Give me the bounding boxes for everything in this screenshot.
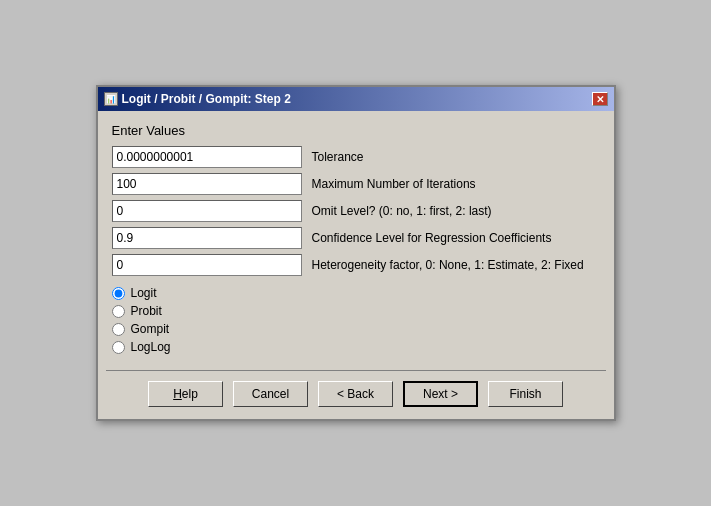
field-row-omit-level: Omit Level? (0: no, 1: first, 2: last): [112, 200, 600, 222]
heterogeneity-label: Heterogeneity factor, 0: None, 1: Estima…: [312, 258, 584, 272]
dialog-title: Logit / Probit / Gompit: Step 2: [122, 92, 291, 106]
radio-logit[interactable]: [112, 287, 125, 300]
dialog-window: 📊 Logit / Probit / Gompit: Step 2 ✕ Ente…: [96, 85, 616, 421]
heterogeneity-input[interactable]: [112, 254, 302, 276]
title-bar-left: 📊 Logit / Probit / Gompit: Step 2: [104, 92, 291, 106]
help-label: Help: [173, 387, 198, 401]
radio-row-gompit: Gompit: [112, 322, 600, 336]
field-row-max-iterations: Maximum Number of Iterations: [112, 173, 600, 195]
next-button[interactable]: Next >: [403, 381, 478, 407]
max-iterations-input[interactable]: [112, 173, 302, 195]
tolerance-label: Tolerance: [312, 150, 364, 164]
field-row-tolerance: Tolerance: [112, 146, 600, 168]
radio-gompit[interactable]: [112, 323, 125, 336]
omit-level-label: Omit Level? (0: no, 1: first, 2: last): [312, 204, 492, 218]
button-bar: Help Cancel < Back Next > Finish: [98, 371, 614, 419]
dialog-content: Enter Values Tolerance Maximum Number of…: [98, 111, 614, 370]
field-row-confidence: Confidence Level for Regression Coeffici…: [112, 227, 600, 249]
finish-button[interactable]: Finish: [488, 381, 563, 407]
help-button[interactable]: Help: [148, 381, 223, 407]
confidence-level-label: Confidence Level for Regression Coeffici…: [312, 231, 552, 245]
dialog-icon: 📊: [104, 92, 118, 106]
radio-logit-label[interactable]: Logit: [131, 286, 157, 300]
radio-row-loglog: LogLog: [112, 340, 600, 354]
radio-gompit-label[interactable]: Gompit: [131, 322, 170, 336]
title-bar: 📊 Logit / Probit / Gompit: Step 2 ✕: [98, 87, 614, 111]
max-iterations-label: Maximum Number of Iterations: [312, 177, 476, 191]
omit-level-input[interactable]: [112, 200, 302, 222]
tolerance-input[interactable]: [112, 146, 302, 168]
close-button[interactable]: ✕: [592, 92, 608, 106]
back-button[interactable]: < Back: [318, 381, 393, 407]
radio-loglog-label[interactable]: LogLog: [131, 340, 171, 354]
radio-probit-label[interactable]: Probit: [131, 304, 162, 318]
section-label: Enter Values: [112, 123, 600, 138]
confidence-level-input[interactable]: [112, 227, 302, 249]
radio-group: Logit Probit Gompit LogLog: [112, 286, 600, 354]
radio-probit[interactable]: [112, 305, 125, 318]
radio-row-logit: Logit: [112, 286, 600, 300]
cancel-button[interactable]: Cancel: [233, 381, 308, 407]
radio-row-probit: Probit: [112, 304, 600, 318]
field-row-heterogeneity: Heterogeneity factor, 0: None, 1: Estima…: [112, 254, 600, 276]
radio-loglog[interactable]: [112, 341, 125, 354]
